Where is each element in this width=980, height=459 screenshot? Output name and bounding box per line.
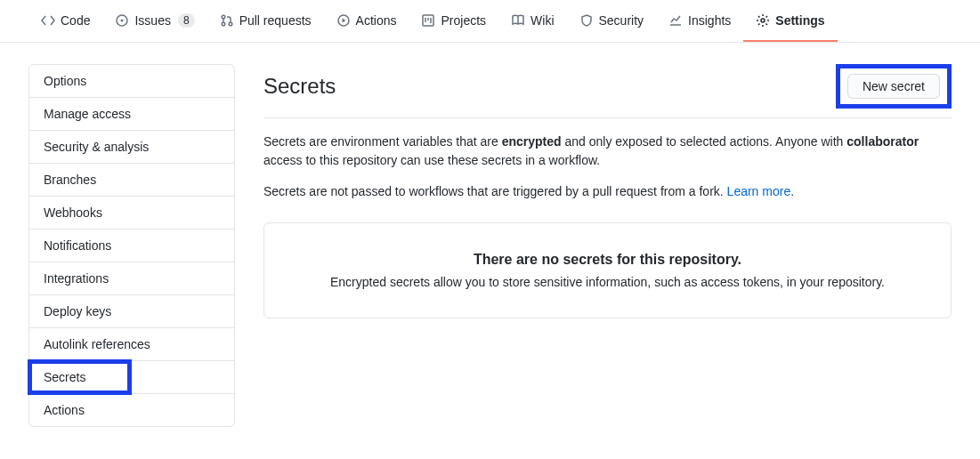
sidebar-item-label: Actions [44, 403, 85, 417]
project-icon [421, 13, 435, 28]
sidebar-item-label: Integrations [44, 271, 109, 286]
tab-settings[interactable]: Settings [743, 0, 837, 42]
sidebar-item-label: Deploy keys [44, 304, 111, 318]
sidebar-item-webhooks[interactable]: Webhooks [29, 197, 234, 230]
tab-security[interactable]: Security [567, 0, 657, 42]
issue-icon [115, 13, 129, 28]
sidebar-item-label: Manage access [44, 107, 131, 121]
svg-point-4 [229, 22, 232, 26]
sidebar-item-notifications[interactable]: Notifications [29, 230, 234, 262]
sidebar-item-branches[interactable]: Branches [29, 164, 234, 197]
tab-label: Actions [356, 13, 397, 28]
sidebar-item-label: Autolink references [44, 337, 150, 351]
code-icon [41, 13, 55, 28]
tab-actions[interactable]: Actions [324, 0, 409, 42]
svg-point-7 [761, 19, 765, 22]
highlight-annotation: New secret [836, 64, 952, 109]
sidebar-item-label: Branches [44, 173, 96, 187]
sidebar-item-security-analysis[interactable]: Security & analysis [29, 131, 234, 164]
tab-code[interactable]: Code [28, 0, 102, 42]
issues-count: 8 [178, 13, 195, 28]
description-text-2: Secrets are not passed to workflows that… [263, 182, 952, 201]
tab-projects[interactable]: Projects [409, 0, 498, 42]
svg-point-3 [222, 22, 225, 26]
tab-label: Insights [688, 13, 731, 28]
svg-point-1 [121, 19, 124, 21]
shield-icon [579, 13, 594, 28]
new-secret-button[interactable]: New secret [847, 74, 940, 99]
sidebar-item-label: Security & analysis [44, 140, 149, 154]
book-icon [511, 13, 525, 28]
blankslate-title: There are no secrets for this repository… [293, 252, 922, 268]
tab-pulls[interactable]: Pull requests [207, 0, 324, 42]
tab-issues[interactable]: Issues 8 [102, 0, 207, 42]
description-text: Secrets are environment variables that a… [263, 133, 952, 170]
sidebar-item-label: Options [44, 74, 86, 88]
play-icon [336, 13, 351, 28]
sidebar-item-label: Webhooks [44, 205, 102, 220]
gear-icon [756, 13, 770, 28]
sidebar-item-options[interactable]: Options [29, 65, 234, 98]
sidebar-item-autolink[interactable]: Autolink references [29, 328, 234, 361]
sidebar-item-deploy-keys[interactable]: Deploy keys [29, 295, 234, 328]
sidebar-item-label: Notifications [44, 238, 111, 253]
sidebar-item-label: Secrets [44, 370, 85, 384]
tab-label: Code [61, 13, 90, 28]
page-title: Secrets [263, 74, 336, 99]
pull-request-icon [220, 13, 234, 28]
svg-point-2 [222, 15, 225, 19]
graph-icon [668, 13, 683, 28]
page-header: Secrets New secret [263, 64, 952, 118]
sidebar-item-manage-access[interactable]: Manage access [29, 98, 234, 131]
tab-label: Wiki [530, 13, 554, 28]
blankslate-subtitle: Encrypted secrets allow you to store sen… [293, 275, 922, 289]
content-container: Options Manage access Security & analysi… [0, 43, 980, 448]
tab-label: Security [599, 13, 644, 28]
settings-sidebar: Options Manage access Security & analysi… [28, 64, 235, 427]
sidebar-item-integrations[interactable]: Integrations [29, 262, 234, 295]
tab-label: Issues [134, 13, 170, 28]
tab-insights[interactable]: Insights [656, 0, 743, 42]
sidebar-item-actions[interactable]: Actions [29, 394, 234, 426]
tab-label: Pull requests [239, 13, 312, 28]
blankslate: There are no secrets for this repository… [263, 222, 952, 318]
repo-navigation: Code Issues 8 Pull requests Actions Proj… [0, 0, 980, 43]
tab-label: Settings [775, 13, 824, 28]
main-content: Secrets New secret Secrets are environme… [263, 64, 952, 318]
tab-label: Projects [441, 13, 486, 28]
sidebar-item-secrets[interactable]: Secrets [29, 361, 234, 394]
tab-wiki[interactable]: Wiki [498, 0, 566, 42]
learn-more-link[interactable]: Learn more [727, 184, 791, 198]
